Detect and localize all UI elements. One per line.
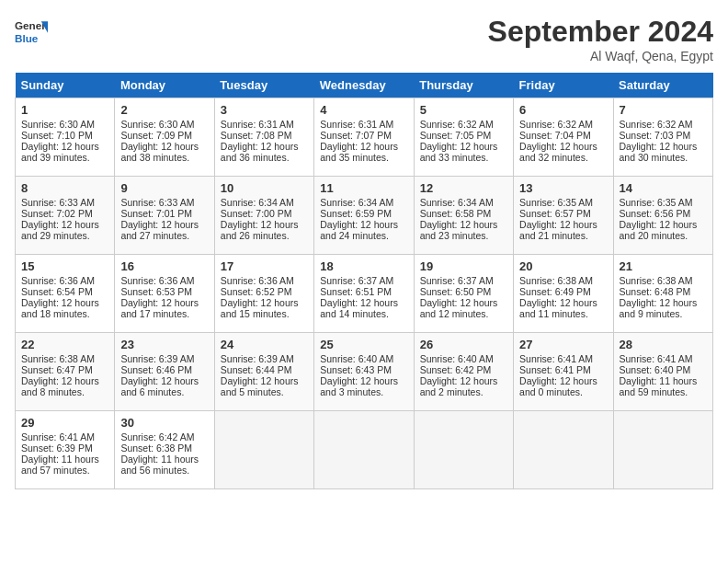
calendar-cell: 6Sunrise: 6:32 AMSunset: 7:04 PMDaylight… [514,98,613,177]
sunrise: Sunrise: 6:38 AM [519,275,593,286]
sunset: Sunset: 6:59 PM [320,208,392,219]
day-number: 27 [519,338,607,351]
day-number: 22 [21,338,108,351]
sunrise: Sunrise: 6:32 AM [620,119,693,130]
sunrise: Sunrise: 6:34 AM [221,197,294,208]
daylight: Daylight: 12 hours and 33 minutes. [420,141,498,163]
daylight: Daylight: 12 hours and 0 minutes. [519,375,597,397]
day-header-tuesday: Tuesday [214,73,313,98]
calendar-cell: 8Sunrise: 6:33 AMSunset: 7:02 PMDaylight… [16,177,115,255]
daylight: Daylight: 12 hours and 36 minutes. [221,141,299,163]
day-number: 18 [320,259,407,273]
daylight: Daylight: 12 hours and 11 minutes. [519,297,597,319]
calendar-cell: 17Sunrise: 6:36 AMSunset: 6:52 PMDayligh… [214,255,313,333]
daylight: Daylight: 12 hours and 6 minutes. [120,375,199,397]
sunrise: Sunrise: 6:35 AM [519,197,593,208]
sunset: Sunset: 6:43 PM [320,364,392,375]
sunset: Sunset: 7:03 PM [620,130,691,141]
sunrise: Sunrise: 6:37 AM [420,275,494,286]
calendar-cell: 15Sunrise: 6:36 AMSunset: 6:54 PMDayligh… [16,255,115,333]
sunrise: Sunrise: 6:32 AM [519,119,593,130]
sunrise: Sunrise: 6:41 AM [620,353,693,364]
sunset: Sunset: 6:52 PM [221,286,292,297]
svg-text:General: General [15,19,48,31]
calendar-cell: 24Sunrise: 6:39 AMSunset: 6:44 PMDayligh… [214,333,313,411]
day-number: 20 [519,259,607,273]
sunrise: Sunrise: 6:34 AM [320,197,393,208]
sunset: Sunset: 6:54 PM [21,286,93,297]
calendar-cell: 30Sunrise: 6:42 AMSunset: 6:38 PMDayligh… [115,411,214,489]
day-number: 2 [120,103,208,117]
daylight: Daylight: 11 hours and 57 minutes. [21,454,99,476]
calendar-cell: 28Sunrise: 6:41 AMSunset: 6:40 PMDayligh… [613,333,712,411]
sunset: Sunset: 6:53 PM [120,286,192,297]
day-number: 13 [519,181,607,195]
calendar-cell: 2Sunrise: 6:30 AMSunset: 7:09 PMDaylight… [115,98,214,177]
sunrise: Sunrise: 6:38 AM [21,353,95,364]
sunset: Sunset: 6:49 PM [519,286,591,297]
calendar-cell [613,411,712,489]
sunset: Sunset: 6:38 PM [120,442,192,454]
sunrise: Sunrise: 6:33 AM [21,197,95,208]
calendar-cell: 20Sunrise: 6:38 AMSunset: 6:49 PMDayligh… [514,255,613,333]
calendar-cell: 23Sunrise: 6:39 AMSunset: 6:46 PMDayligh… [115,333,214,411]
location: Al Waqf, Qena, Egypt [488,49,713,63]
day-number: 3 [221,103,308,117]
day-header-monday: Monday [115,73,214,98]
calendar-cell: 21Sunrise: 6:38 AMSunset: 6:48 PMDayligh… [613,255,712,333]
sunrise: Sunrise: 6:31 AM [221,119,294,130]
sunrise: Sunrise: 6:30 AM [21,119,95,130]
sunset: Sunset: 7:07 PM [320,130,392,141]
calendar-cell: 14Sunrise: 6:35 AMSunset: 6:56 PMDayligh… [613,177,712,255]
day-number: 11 [320,181,407,195]
sunrise: Sunrise: 6:36 AM [21,275,95,286]
sunrise: Sunrise: 6:38 AM [620,275,693,286]
day-number: 5 [420,103,507,117]
day-number: 25 [320,338,407,351]
daylight: Daylight: 12 hours and 29 minutes. [21,219,99,241]
calendar-cell: 11Sunrise: 6:34 AMSunset: 6:59 PMDayligh… [314,177,414,255]
daylight: Daylight: 12 hours and 5 minutes. [221,375,299,397]
calendar-cell: 19Sunrise: 6:37 AMSunset: 6:50 PMDayligh… [414,255,513,333]
sunrise: Sunrise: 6:36 AM [120,275,194,286]
daylight: Daylight: 12 hours and 26 minutes. [221,219,299,241]
calendar-cell: 22Sunrise: 6:38 AMSunset: 6:47 PMDayligh… [16,333,115,411]
day-header-sunday: Sunday [16,73,115,98]
sunrise: Sunrise: 6:32 AM [420,119,494,130]
calendar-cell [214,411,313,489]
day-number: 15 [21,259,108,273]
calendar-cell [414,411,513,489]
day-header-thursday: Thursday [414,73,513,98]
calendar-cell: 16Sunrise: 6:36 AMSunset: 6:53 PMDayligh… [115,255,214,333]
daylight: Daylight: 12 hours and 35 minutes. [320,141,398,163]
sunrise: Sunrise: 6:39 AM [221,353,294,364]
daylight: Daylight: 12 hours and 17 minutes. [120,297,199,319]
sunrise: Sunrise: 6:39 AM [120,353,194,364]
sunrise: Sunrise: 6:37 AM [320,275,393,286]
calendar-cell: 26Sunrise: 6:40 AMSunset: 6:42 PMDayligh… [414,333,513,411]
day-number: 21 [620,259,707,273]
day-number: 28 [620,338,707,351]
daylight: Daylight: 11 hours and 56 minutes. [120,454,199,476]
day-number: 24 [221,338,308,351]
sunrise: Sunrise: 6:35 AM [620,197,693,208]
daylight: Daylight: 12 hours and 23 minutes. [420,219,498,241]
calendar-week-4: 22Sunrise: 6:38 AMSunset: 6:47 PMDayligh… [16,333,713,411]
days-header-row: SundayMondayTuesdayWednesdayThursdayFrid… [16,73,713,98]
calendar-cell: 12Sunrise: 6:34 AMSunset: 6:58 PMDayligh… [414,177,513,255]
calendar-week-3: 15Sunrise: 6:36 AMSunset: 6:54 PMDayligh… [16,255,713,333]
sunset: Sunset: 6:39 PM [21,442,93,454]
sunrise: Sunrise: 6:34 AM [420,197,494,208]
calendar-cell: 7Sunrise: 6:32 AMSunset: 7:03 PMDaylight… [613,98,712,177]
calendar-cell: 10Sunrise: 6:34 AMSunset: 7:00 PMDayligh… [214,177,313,255]
sunrise: Sunrise: 6:42 AM [120,431,194,442]
sunset: Sunset: 6:57 PM [519,208,591,219]
sunrise: Sunrise: 6:40 AM [320,353,393,364]
calendar-cell: 1Sunrise: 6:30 AMSunset: 7:10 PMDaylight… [16,98,115,177]
sunset: Sunset: 7:08 PM [221,130,292,141]
sunset: Sunset: 7:01 PM [120,208,192,219]
sunrise: Sunrise: 6:41 AM [519,353,593,364]
daylight: Daylight: 12 hours and 20 minutes. [620,219,698,241]
calendar-week-5: 29Sunrise: 6:41 AMSunset: 6:39 PMDayligh… [16,411,713,489]
day-number: 19 [420,259,507,273]
